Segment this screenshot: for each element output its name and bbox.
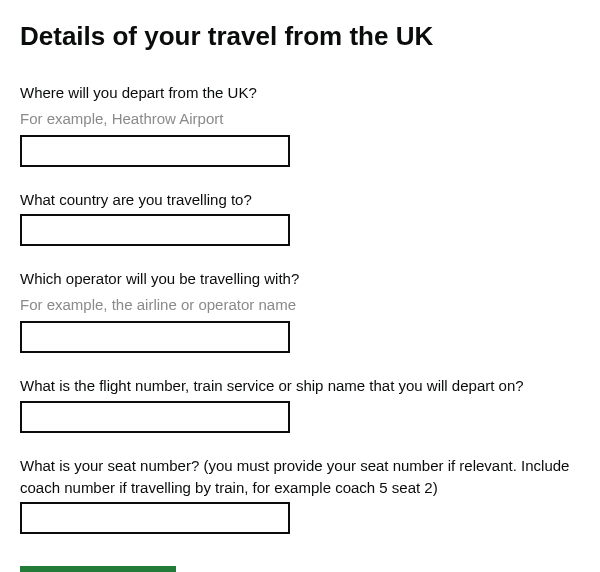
field-depart-from: Where will you depart from the UK? For e… <box>20 82 580 167</box>
save-continue-button[interactable]: Save and continue <box>20 566 176 572</box>
depart-from-input[interactable] <box>20 135 290 167</box>
seat-number-input[interactable] <box>20 502 290 534</box>
operator-label: Which operator will you be travelling wi… <box>20 268 580 290</box>
flight-number-input[interactable] <box>20 401 290 433</box>
field-destination-country: What country are you travelling to? <box>20 189 580 247</box>
field-flight-number: What is the flight number, train service… <box>20 375 580 433</box>
depart-from-hint: For example, Heathrow Airport <box>20 108 580 129</box>
operator-hint: For example, the airline or operator nam… <box>20 294 580 315</box>
seat-number-label: What is your seat number? (you must prov… <box>20 455 580 499</box>
page-title: Details of your travel from the UK <box>20 20 580 54</box>
destination-country-label: What country are you travelling to? <box>20 189 580 211</box>
flight-number-label: What is the flight number, train service… <box>20 375 580 397</box>
travel-details-form: Where will you depart from the UK? For e… <box>20 82 580 572</box>
field-seat-number: What is your seat number? (you must prov… <box>20 455 580 535</box>
depart-from-label: Where will you depart from the UK? <box>20 82 580 104</box>
field-operator: Which operator will you be travelling wi… <box>20 268 580 353</box>
destination-country-input[interactable] <box>20 214 290 246</box>
operator-input[interactable] <box>20 321 290 353</box>
